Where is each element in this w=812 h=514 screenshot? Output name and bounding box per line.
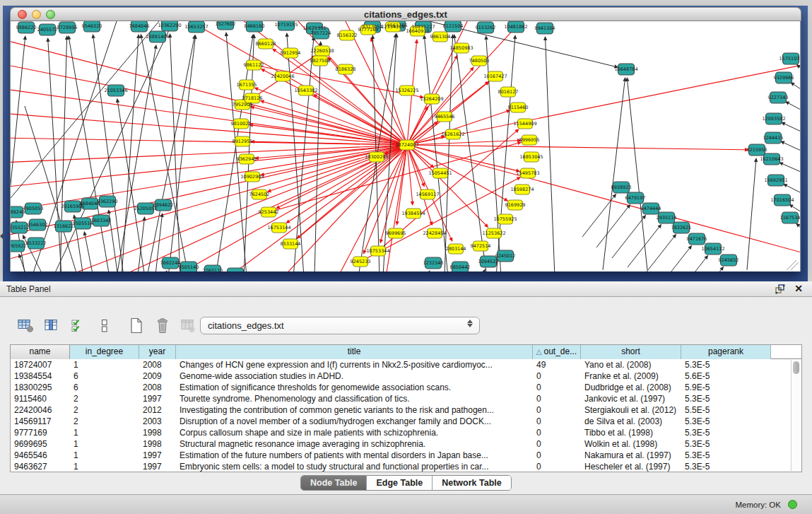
svg-text:9861304: 9861304 <box>430 34 451 40</box>
svg-text:14569117: 14569117 <box>416 192 439 197</box>
column-header-title[interactable]: title <box>176 345 533 359</box>
svg-text:1671355: 1671355 <box>237 82 257 88</box>
svg-text:14850983: 14850983 <box>449 45 473 51</box>
svg-text:9474444: 9474444 <box>641 206 661 211</box>
svg-text:2803144: 2803144 <box>446 246 466 252</box>
table-cell: 1 <box>70 427 139 438</box>
svg-text:16648784: 16648784 <box>614 66 637 72</box>
table-cell: Estimation of significance thresholds fo… <box>176 382 533 393</box>
table-cell: 19384554 <box>11 370 70 382</box>
svg-text:20891406: 20891406 <box>146 34 169 40</box>
network-canvas[interactable]: 1872400798862202405572872895695463207684… <box>10 21 801 271</box>
table-cell: Dudbridge et al. (2008) <box>581 382 681 393</box>
tab-node-table[interactable]: Node Table <box>301 476 367 490</box>
column-header-pagerank[interactable]: pagerank <box>681 345 771 359</box>
svg-text:7692244: 7692244 <box>160 260 181 266</box>
table-cell: 2 <box>70 416 139 427</box>
memory-status-label: Memory: OK <box>735 501 781 509</box>
delete-table-icon[interactable] <box>178 317 199 335</box>
svg-text:8355212: 8355212 <box>11 225 29 230</box>
svg-text:2265922: 2265922 <box>11 243 26 249</box>
table-row[interactable]: 969969511998Structural magnetic resonanc… <box>11 438 801 450</box>
toggle-column-icon[interactable] <box>94 317 115 335</box>
svg-text:10653257: 10653257 <box>184 24 208 30</box>
table-panel-body: f(x) citations_edges.txt namein_degreeye… <box>0 297 812 494</box>
svg-text:10654112: 10654112 <box>701 246 724 252</box>
table-select-dropdown[interactable]: citations_edges.txt <box>200 317 480 334</box>
table-row[interactable]: 977716911998Corpus callosum shape and si… <box>11 427 801 438</box>
svg-text:16853045: 16853045 <box>519 154 543 160</box>
network-desktop: citations_edges.txt 18724007988622024055… <box>3 6 808 281</box>
svg-text:9777169: 9777169 <box>358 27 379 33</box>
table-cell: 1997 <box>139 461 176 472</box>
svg-text:7905053: 7905053 <box>23 206 44 211</box>
network-window-titlebar[interactable]: citations_edges.txt <box>10 7 801 21</box>
svg-text:9227343: 9227343 <box>768 95 789 100</box>
table-cell: 0 <box>533 427 581 438</box>
table-row[interactable]: 1872400712008Changes of HCN gene express… <box>11 359 801 370</box>
svg-text:2718126: 2718126 <box>242 95 263 101</box>
column-header-in_degree[interactable]: in_degree <box>70 345 139 359</box>
column-header-short[interactable]: short <box>581 345 681 359</box>
create-table-icon[interactable] <box>126 317 147 335</box>
citation-network-graph[interactable]: 1872400798862202405572872895695463207684… <box>11 21 801 271</box>
close-panel-icon[interactable]: ✕ <box>794 283 803 294</box>
svg-text:19384554: 19384554 <box>401 211 425 216</box>
tab-network-table[interactable]: Network Table <box>433 476 511 490</box>
table-row[interactable]: 1830029562008Estimation of significance … <box>11 382 801 393</box>
table-row[interactable]: 1456911722003Disruption of a novel membe… <box>11 416 801 427</box>
select-all-icon[interactable] <box>68 317 89 335</box>
table-cell: 1998 <box>139 438 176 450</box>
column-header-out_degree[interactable]: △out_de... <box>533 345 581 359</box>
table-cell: 5.3E-5 <box>681 359 771 370</box>
svg-text:8471676: 8471676 <box>687 236 707 242</box>
table-row[interactable]: 1938455462009Genome-wide association stu… <box>11 370 801 382</box>
collapse-splitter-arrow-icon[interactable] <box>0 233 3 239</box>
delete-rows-icon[interactable] <box>152 317 173 335</box>
svg-text:1244415: 1244415 <box>763 135 784 141</box>
table-cell: Stergiakouli et al. (2012) <box>581 404 681 416</box>
table-cell: Embryonic stem cells: a model to study s… <box>176 461 533 472</box>
table-cell: Investigating the contribution of common… <box>176 404 533 416</box>
table-settings-icon[interactable] <box>16 317 37 335</box>
table-row[interactable]: 946362711997Embryonic stem cells: a mode… <box>11 461 801 472</box>
table-cell: Tibbo et al. (1998) <box>581 427 681 438</box>
table-cell: 5.9E-5 <box>681 382 771 393</box>
show-columns-icon[interactable] <box>42 317 63 335</box>
svg-text:22420046: 22420046 <box>271 74 294 79</box>
column-header-year[interactable]: year <box>139 345 176 359</box>
table-row[interactable]: 946554611997Estimation of the future num… <box>11 450 801 461</box>
scrollbar-thumb[interactable] <box>793 361 799 374</box>
svg-text:10753344: 10753344 <box>366 248 389 254</box>
table-cell: Jankovic et al. (1997) <box>581 393 681 404</box>
svg-text:10719155: 10719155 <box>274 22 298 28</box>
table-tabs: Node TableEdge TableNetwork Table <box>300 475 512 491</box>
network-window[interactable]: citations_edges.txt 18724007988622024055… <box>10 7 801 271</box>
svg-text:21053346: 21053346 <box>104 88 127 93</box>
table-cell: 2012 <box>139 404 176 416</box>
svg-text:9465546: 9465546 <box>435 114 455 119</box>
table-cell: 18724007 <box>11 359 70 370</box>
svg-text:9245652: 9245652 <box>719 257 739 263</box>
svg-text:1167534: 1167534 <box>780 215 801 221</box>
svg-text:8938923: 8938923 <box>611 185 632 190</box>
table-cell: 0 <box>533 393 581 404</box>
svg-text:18300295: 18300295 <box>365 154 388 160</box>
table-row[interactable]: 911546021997Tourette syndrome. Phenomeno… <box>11 393 801 404</box>
table-cell: 0 <box>533 438 581 450</box>
svg-text:6479197: 6479197 <box>625 195 646 201</box>
svg-text:22260538: 22260538 <box>310 48 334 54</box>
svg-text:15751074: 15751074 <box>779 56 801 62</box>
vertical-scrollbar[interactable] <box>791 360 801 471</box>
table-cell: 2008 <box>139 382 176 393</box>
column-header-name[interactable]: name <box>11 345 70 359</box>
table-cell: 5.3E-5 <box>681 438 771 450</box>
svg-text:13264209: 13264209 <box>420 96 443 102</box>
svg-text:9245233: 9245233 <box>351 259 371 264</box>
tab-edge-table[interactable]: Edge Table <box>367 476 433 490</box>
table-cell: 1 <box>70 450 139 461</box>
table-row[interactable]: 2242004622012Investigating the contribut… <box>11 404 801 416</box>
table-cell: de Silva et al. (2003) <box>581 416 681 427</box>
float-panel-icon[interactable] <box>775 284 785 294</box>
svg-text:8660128: 8660128 <box>256 41 276 47</box>
